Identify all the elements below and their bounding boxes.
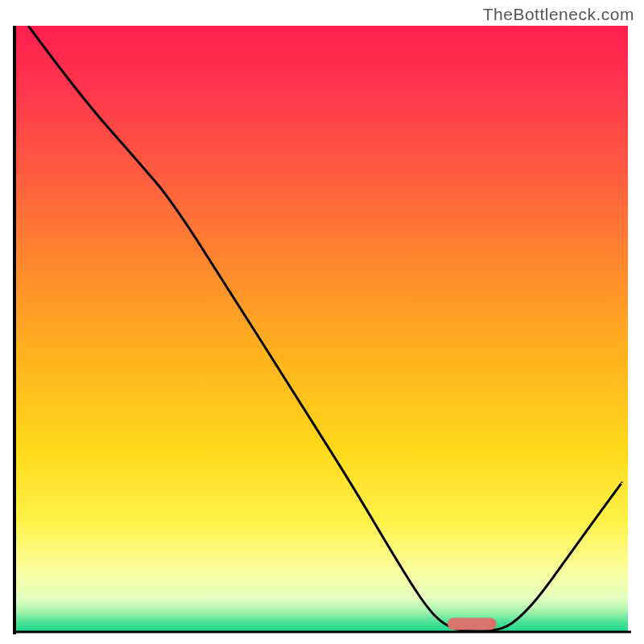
chart-area: [13, 26, 631, 634]
watermark-text: TheBottleneck.com: [483, 5, 634, 24]
gradient-background: [16, 26, 628, 631]
chart-svg: [13, 26, 631, 634]
optimal-marker: [448, 618, 497, 630]
